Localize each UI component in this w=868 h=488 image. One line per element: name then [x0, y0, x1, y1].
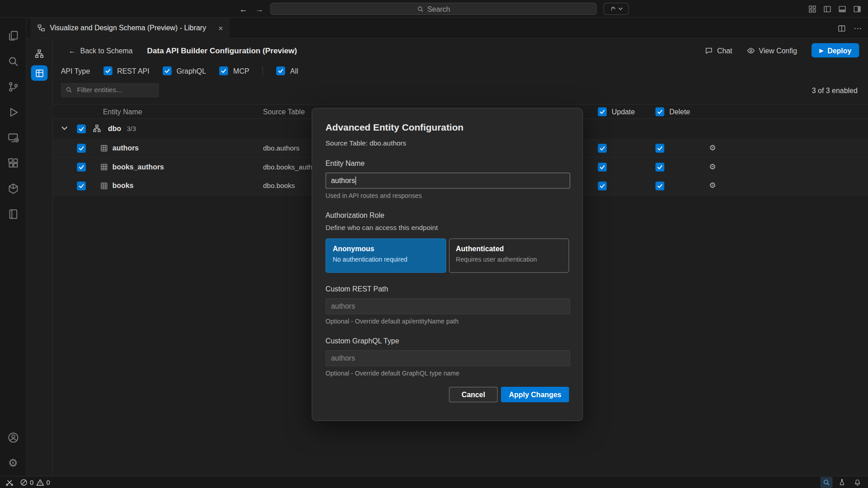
activity-notebook-button[interactable] [0, 202, 26, 227]
chat-bubble-icon [705, 46, 713, 54]
row-enabled-checkbox[interactable] [77, 144, 86, 153]
update-all-checkbox[interactable] [598, 108, 607, 117]
search-box[interactable]: Search [270, 3, 597, 15]
update-column-header: Update [612, 108, 635, 116]
activity-run-debug-button[interactable] [0, 99, 26, 125]
activity-remote-explorer-button[interactable] [0, 125, 26, 150]
files-icon [7, 30, 19, 42]
back-to-schema-link[interactable]: ← Back to Schema [69, 46, 133, 54]
branch-control[interactable] [604, 3, 629, 15]
authenticated-title: Authenticated [456, 244, 561, 253]
forward-arrow-icon[interactable]: → [255, 4, 263, 14]
row-settings-gear-icon[interactable]: ⚙ [709, 143, 716, 152]
update-checkbox[interactable] [598, 144, 607, 153]
custom-rest-path-input[interactable] [326, 298, 570, 314]
toggle-panel-icon[interactable] [838, 5, 846, 13]
error-count: 0 [30, 479, 33, 486]
flask-status-icon[interactable] [836, 477, 848, 488]
arrow-left-icon: ← [69, 46, 76, 54]
activity-account-button[interactable] [0, 425, 26, 450]
entity-name-input[interactable]: authors [326, 173, 570, 189]
anonymous-role-card[interactable]: Anonymous No authentication required [326, 239, 446, 273]
mcp-filter[interactable]: MCP [219, 66, 249, 75]
deploy-button[interactable]: ▶ Deploy [811, 43, 859, 58]
source-table: dbo.authors [263, 145, 300, 152]
view-config-label: View Config [759, 46, 797, 54]
activity-explorer-button[interactable] [0, 23, 26, 48]
row-enabled-checkbox[interactable] [77, 182, 86, 191]
update-checkbox[interactable] [598, 163, 607, 172]
tab-title: Visualize and Design Schema (Preview) - … [50, 24, 206, 32]
graphql-checkbox[interactable] [163, 66, 172, 75]
close-icon[interactable]: × [218, 23, 223, 33]
rest-api-filter[interactable]: REST API [103, 66, 149, 75]
custom-rest-path-help: Optional - Override default api/entityNa… [326, 318, 569, 325]
view-config-button[interactable]: View Config [747, 46, 797, 54]
play-debug-icon [7, 106, 19, 118]
tab-bar: Visualize and Design Schema (Preview) - … [27, 18, 868, 39]
table-icon [100, 182, 108, 190]
filter-entities-input[interactable] [61, 83, 159, 98]
entity-name-help: Used in API routes and responses [326, 192, 569, 199]
delete-checkbox[interactable] [656, 144, 665, 153]
entity-filter-row: 3 of 3 enabled [52, 80, 868, 101]
activity-source-control-button[interactable] [0, 74, 26, 99]
api-type-filter-row: API Type REST API GraphQL MCP [52, 62, 868, 80]
deploy-label: Deploy [827, 46, 851, 54]
remote-indicator-icon[interactable] [5, 479, 13, 486]
entity-name-column-header: Entity Name [103, 108, 142, 116]
custom-rest-path-label: Custom REST Path [326, 285, 569, 293]
back-arrow-icon[interactable]: ← [239, 4, 247, 14]
all-filter[interactable]: All [276, 66, 298, 75]
entity-name: authors [113, 144, 139, 152]
apply-changes-button[interactable]: Apply Changes [501, 387, 569, 402]
layout-grid-icon[interactable] [808, 5, 816, 13]
group-enabled-checkbox[interactable] [77, 125, 86, 134]
toggle-sidebar-icon[interactable] [823, 5, 831, 13]
dab-config-view-button[interactable] [31, 65, 48, 80]
schema-designer-view-button[interactable] [31, 47, 48, 61]
schema-icon [92, 124, 101, 133]
advanced-entity-configuration-dialog: Advanced Entity Configuration Source Tab… [311, 108, 583, 421]
activity-settings-button[interactable]: ⚙ [0, 450, 26, 476]
zoom-status-icon[interactable] [821, 477, 833, 488]
chat-button[interactable]: Chat [705, 46, 732, 54]
delete-all-checkbox[interactable] [656, 108, 665, 117]
row-enabled-checkbox[interactable] [77, 163, 86, 172]
back-label: Back to Schema [80, 46, 133, 54]
rest-api-checkbox[interactable] [103, 66, 112, 75]
graphql-filter[interactable]: GraphQL [163, 66, 206, 75]
divider [263, 66, 263, 75]
more-actions-icon[interactable]: ⋯ [854, 23, 863, 33]
notebook-icon [7, 208, 19, 220]
row-settings-gear-icon[interactable]: ⚙ [709, 162, 716, 171]
dialog-title: Advanced Entity Configuration [326, 122, 569, 133]
entity-name: books_authors [113, 163, 164, 171]
toggle-secondary-sidebar-icon[interactable] [853, 5, 861, 13]
cancel-button[interactable]: Cancel [449, 387, 498, 402]
delete-checkbox[interactable] [656, 182, 665, 191]
authenticated-role-card[interactable]: Authenticated Requires user authenticati… [448, 239, 569, 273]
activity-database-button[interactable] [0, 176, 26, 201]
search-icon [65, 86, 72, 94]
page-title: Data API Builder Configuration (Preview) [147, 46, 297, 55]
delete-checkbox[interactable] [656, 163, 665, 172]
split-editor-icon[interactable] [838, 24, 846, 32]
monitor-x-icon [7, 131, 19, 144]
anonymous-title: Anonymous [333, 244, 439, 253]
delete-column-header: Delete [669, 108, 690, 116]
activity-extensions-button[interactable] [0, 150, 26, 176]
graphql-label: GraphQL [176, 67, 206, 75]
problems-indicator[interactable]: 0 0 [20, 479, 50, 486]
authorization-role-help: Define who can access this endpoint [326, 224, 569, 232]
editor-tab[interactable]: Visualize and Design Schema (Preview) - … [30, 18, 230, 38]
custom-graphql-type-input[interactable] [326, 350, 570, 366]
chevron-down-icon[interactable] [61, 126, 67, 131]
all-checkbox[interactable] [276, 66, 285, 75]
bell-icon[interactable] [851, 477, 863, 488]
mcp-checkbox[interactable] [219, 66, 228, 75]
activity-search-button[interactable] [0, 49, 26, 74]
row-settings-gear-icon[interactable]: ⚙ [709, 181, 716, 190]
warning-icon [36, 479, 44, 486]
update-checkbox[interactable] [598, 182, 607, 191]
